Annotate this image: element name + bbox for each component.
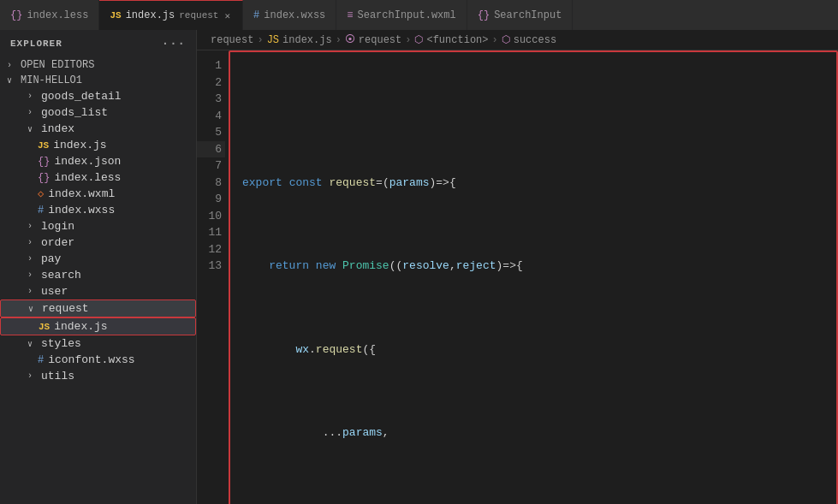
editor-panel: request › JS index.js › ⦿ request › ⬡ <f… bbox=[197, 30, 838, 504]
folder-goods-list[interactable]: › goods_list bbox=[0, 104, 196, 121]
folder-arrow: › bbox=[27, 222, 38, 231]
folder-arrow: › bbox=[27, 254, 38, 264]
file-label: index.wxss bbox=[48, 204, 115, 216]
js-file-icon: JS bbox=[39, 322, 50, 332]
folder-login[interactable]: › login bbox=[0, 218, 196, 234]
folder-goods-detail[interactable]: › goods_detail bbox=[0, 88, 196, 104]
tab-indexwxss-label: index.wxss bbox=[264, 9, 325, 21]
folder-arrow: › bbox=[27, 287, 38, 296]
code-line-1: export const request=(params)=>{ bbox=[242, 175, 824, 192]
ln-8: 8 bbox=[197, 175, 225, 192]
file-index-js[interactable]: JS index.js bbox=[0, 137, 196, 153]
wxml-icon: ◇ bbox=[38, 187, 44, 200]
file-index-json[interactable]: {} index.json bbox=[0, 153, 196, 169]
breadcrumb-sep4: › bbox=[491, 34, 497, 46]
breadcrumb-request2: request bbox=[359, 34, 401, 46]
ln-3: 3 bbox=[197, 91, 225, 108]
tab-searchinput-wxml[interactable]: ≡ SearchInput.wxml bbox=[336, 0, 467, 30]
tab-less-label: index.less bbox=[27, 9, 88, 21]
breadcrumb: request › JS index.js › ⦿ request › ⬡ <f… bbox=[197, 30, 838, 50]
section-open-editors[interactable]: › OPEN EDITORS bbox=[0, 57, 196, 73]
file-label: index.js bbox=[53, 139, 106, 151]
folder-arrow: › bbox=[27, 92, 38, 101]
ln-2: 2 bbox=[197, 74, 225, 92]
breadcrumb-indexjs: index.js bbox=[282, 34, 332, 46]
ln-5: 5 bbox=[197, 124, 225, 141]
ln-6: 6 bbox=[197, 141, 225, 158]
folder-search[interactable]: › search bbox=[0, 267, 196, 283]
breadcrumb-sep1: › bbox=[257, 34, 263, 46]
js-icon: JS bbox=[38, 140, 49, 151]
file-request-indexjs[interactable]: JS index.js bbox=[0, 317, 196, 335]
breadcrumb-sep2: › bbox=[336, 34, 342, 46]
file-index-wxss[interactable]: # index.wxss bbox=[0, 202, 196, 218]
wxss-icon: # bbox=[38, 205, 44, 216]
section-min-hello1[interactable]: ∨ MIN-HELLO1 bbox=[0, 73, 196, 88]
ln-10: 10 bbox=[197, 208, 225, 225]
tab-wxml-icon: ≡ bbox=[347, 9, 353, 21]
editor-area[interactable]: 1 2 3 4 5 6 7 8 9 10 11 12 13 bbox=[197, 50, 838, 504]
tab-searchinput-less[interactable]: {} SearchInput bbox=[467, 0, 574, 30]
file-index-wxml[interactable]: ◇ index.wxml bbox=[0, 186, 196, 202]
tab-wxss-icon: # bbox=[253, 9, 259, 21]
file-label: iconfont.wxss bbox=[48, 353, 134, 366]
tab-less-icon: {} bbox=[10, 9, 22, 21]
code-container: 1 2 3 4 5 6 7 8 9 10 11 12 13 bbox=[197, 50, 838, 504]
file-label: index.js bbox=[54, 320, 107, 333]
code-line-4: ...params, bbox=[242, 424, 824, 442]
file-iconfont-wxss[interactable]: # iconfont.wxss bbox=[0, 352, 196, 368]
json-icon: {} bbox=[38, 156, 50, 168]
tab-searchinput-icon: {} bbox=[478, 9, 490, 21]
less-icon: {} bbox=[38, 172, 50, 184]
sidebar-header: EXPLORER ··· bbox=[0, 30, 196, 57]
tab-searchinput-wxml-label: SearchInput.wxml bbox=[358, 9, 456, 21]
code-content[interactable]: export const request=(params)=>{ return … bbox=[235, 50, 838, 504]
breadcrumb-function: <function> bbox=[426, 34, 488, 46]
tab-indexjs-label: index.js bbox=[126, 9, 175, 21]
tab-indexwxss[interactable]: # index.wxss bbox=[243, 0, 336, 30]
folder-label: pay bbox=[41, 252, 61, 265]
code-line-2: return new Promise((resolve,reject)=>{ bbox=[242, 258, 824, 275]
open-editors-arrow: › bbox=[7, 61, 17, 70]
app: {} index.less JS index.js request ✕ # in… bbox=[0, 0, 838, 504]
folder-request[interactable]: ∨ request bbox=[0, 299, 196, 317]
folder-styles[interactable]: ∨ styles bbox=[0, 335, 196, 352]
file-index-less[interactable]: {} index.less bbox=[0, 169, 196, 186]
main-area: EXPLORER ··· › OPEN EDITORS ∨ MIN-HELLO1… bbox=[0, 30, 838, 504]
ln-13: 13 bbox=[197, 258, 225, 275]
folder-label: styles bbox=[41, 337, 81, 350]
breadcrumb-circle-icon: ⦿ bbox=[345, 33, 355, 46]
tab-indexjs[interactable]: JS index.js request ✕ bbox=[99, 0, 243, 30]
folder-arrow: ∨ bbox=[27, 339, 38, 349]
tab-searchinput-less-label: SearchInput bbox=[494, 9, 562, 21]
breadcrumb-box2-icon: ⬡ bbox=[502, 33, 510, 46]
line-numbers: 1 2 3 4 5 6 7 8 9 10 11 12 13 bbox=[197, 50, 235, 504]
folder-label: utils bbox=[41, 370, 74, 382]
ln-12: 12 bbox=[197, 241, 225, 258]
folder-arrow: › bbox=[27, 108, 38, 117]
folder-pay[interactable]: › pay bbox=[0, 251, 196, 267]
folder-user[interactable]: › user bbox=[0, 283, 196, 299]
wxss-icon: # bbox=[38, 354, 44, 366]
folder-order[interactable]: › order bbox=[0, 234, 196, 251]
tab-close-button[interactable]: ✕ bbox=[223, 9, 232, 22]
sidebar-menu-button[interactable]: ··· bbox=[162, 37, 186, 50]
ln-4: 4 bbox=[197, 108, 225, 125]
folder-label: search bbox=[41, 269, 81, 282]
breadcrumb-sep3: › bbox=[405, 34, 411, 46]
folder-label: request bbox=[42, 302, 89, 315]
ln-9: 9 bbox=[197, 191, 225, 208]
folder-index[interactable]: ∨ index bbox=[0, 121, 196, 137]
tab-less[interactable]: {} index.less bbox=[0, 0, 99, 30]
open-editors-label: OPEN EDITORS bbox=[21, 59, 94, 71]
folder-arrow: › bbox=[27, 238, 38, 247]
min-hello1-arrow: ∨ bbox=[7, 75, 17, 86]
folder-label: login bbox=[41, 220, 74, 233]
folder-arrow: ∨ bbox=[28, 304, 39, 314]
folder-label: goods_list bbox=[41, 106, 108, 119]
file-label: index.wxml bbox=[48, 187, 115, 200]
breadcrumb-success: success bbox=[514, 34, 556, 46]
sidebar-title: EXPLORER bbox=[10, 39, 62, 49]
tab-js-icon: JS bbox=[110, 10, 121, 21]
folder-utils[interactable]: › utils bbox=[0, 368, 196, 384]
